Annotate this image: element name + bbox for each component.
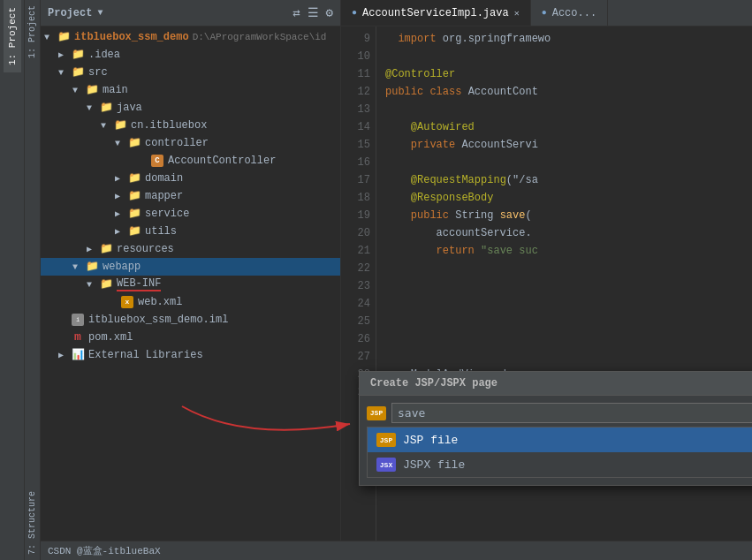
main-label: main (103, 84, 128, 96)
left-strip: 1: Project (0, 0, 25, 560)
pom-label: pom.xml (88, 331, 133, 344)
ext-libs-icon: 📊 (71, 348, 85, 362)
sync-icon[interactable]: ⇄ (292, 5, 300, 20)
tree-item-webinf[interactable]: ▼ 📁 WEB-INF (41, 276, 340, 293)
iml-icon: i (71, 313, 85, 327)
controller-folder-icon: 📁 (127, 136, 141, 150)
sidebar-tab-learn[interactable] (9, 546, 16, 560)
tree-item-ext-libs[interactable]: ▶ 📊 External Libraries (41, 346, 340, 364)
arrow-utils: ▶ (115, 226, 127, 237)
tree-root[interactable]: ▼ 📁 itbluebox_ssm_demo D:\AProgramWorkSp… (41, 28, 340, 46)
tree-item-package[interactable]: ▼ 📁 cn.itbluebox (41, 117, 340, 134)
side-project-label[interactable]: 1: Project (26, 0, 39, 64)
folder-icon: 📁 (57, 30, 71, 44)
code-line-13 (385, 101, 743, 118)
tab-icon-service: ● (352, 8, 357, 18)
side-structure-label[interactable]: 7: Structure (26, 486, 39, 560)
project-dropdown[interactable]: Project (48, 7, 92, 19)
dialog-box: Create JSP/JSPX page JSP JSP JSP file JS… (359, 371, 752, 486)
tree-item-mapper[interactable]: ▶ 📁 mapper (41, 187, 340, 205)
code-line-16 (385, 154, 743, 171)
mapper-label: mapper (145, 190, 183, 202)
arrow-package: ▼ (101, 121, 113, 131)
sidebar-tab-project[interactable]: 1: Project (4, 0, 21, 72)
mapper-folder-icon: 📁 (127, 189, 141, 203)
tree-item-controller[interactable]: ▼ 📁 controller (41, 134, 340, 152)
dropdown-arrow-icon[interactable]: ▼ (97, 8, 103, 18)
dialog-option-jsp[interactable]: JSP JSP file (368, 428, 752, 452)
arrow-idea: ▶ (58, 49, 71, 60)
tree-item-webxml[interactable]: ▶ x web.xml (41, 293, 340, 311)
controller-label: controller (145, 137, 209, 149)
project-panel: Project ▼ ⇄ ☰ ⚙ ▼ 📁 itbluebox_ssm_demo D… (41, 0, 341, 560)
code-line-18: @ResponseBody (385, 189, 743, 207)
tree-item-main[interactable]: ▼ 📁 main (41, 81, 340, 99)
dialog-filename-input[interactable] (391, 403, 752, 423)
code-line-24 (385, 295, 743, 313)
create-jsp-dialog: Create JSP/JSPX page JSP JSP JSP file JS… (359, 371, 752, 486)
bottom-bar-left: CSDN @蓝盒-itblueBaX (48, 544, 161, 557)
tree-item-idea[interactable]: ▶ 📁 .idea (41, 46, 340, 64)
tree-item-iml[interactable]: ▶ i itbluebox_ssm_demo.iml (41, 311, 340, 329)
tree-item-java[interactable]: ▼ 📁 java (41, 99, 340, 117)
filter-icon[interactable]: ☰ (308, 5, 319, 20)
code-line-25 (385, 313, 743, 330)
sidebar-tab-structure[interactable] (9, 532, 16, 546)
code-line-11: @Controller (385, 65, 743, 83)
arrow-mapper: ▶ (115, 191, 127, 201)
tab-label-service: AccountServiceImpl.java (362, 7, 509, 19)
panel-header: Project ▼ ⇄ ☰ ⚙ (41, 0, 340, 26)
tree-item-webapp[interactable]: ▼ 📁 webapp (41, 258, 340, 276)
code-line-15: private AccountServi (385, 136, 743, 154)
idea-folder-icon: 📁 (71, 48, 85, 62)
utils-label: utils (145, 225, 177, 238)
tree-item-account-controller[interactable]: ▶ C AccountController (41, 152, 340, 170)
tree-item-pom[interactable]: ▶ m pom.xml (41, 329, 340, 346)
gear-icon[interactable]: ⚙ (326, 5, 333, 20)
tab-icon-acco: ● (542, 8, 547, 18)
xml-icon: x (120, 295, 134, 309)
src-folder-icon: 📁 (71, 65, 85, 79)
java-label: java (117, 102, 142, 114)
dialog-title: Create JSP/JSPX page (360, 372, 752, 396)
bottom-bar: CSDN @蓝盒-itblueBaX (41, 541, 752, 560)
tree-item-resources[interactable]: ▶ 📁 resources (41, 240, 340, 258)
domain-folder-icon: 📁 (127, 171, 141, 185)
code-line-12: public class AccountCont (385, 83, 743, 101)
tree-arrow-root: ▼ (44, 33, 57, 42)
code-line-17: @RequestMapping("/sa (385, 171, 743, 189)
tab-close-service[interactable]: ✕ (514, 8, 520, 19)
arrow-controller: ▼ (115, 139, 127, 148)
root-path: D:\AProgramWorkSpace\id (193, 32, 327, 42)
tab-acco[interactable]: ● Acco... (531, 0, 608, 26)
arrow-ext: ▶ (58, 350, 71, 360)
tree-item-service[interactable]: ▶ 📁 service (41, 205, 340, 223)
code-line-27 (385, 348, 743, 366)
project-tree: ▼ 📁 itbluebox_ssm_demo D:\AProgramWorkSp… (41, 26, 340, 560)
jsp-option-icon: JSP (376, 433, 396, 447)
src-label: src (88, 66, 108, 79)
tree-item-src[interactable]: ▼ 📁 src (41, 64, 340, 81)
service-label: service (145, 208, 189, 220)
arrow-service: ▶ (115, 208, 127, 219)
webxml-label: web.xml (138, 296, 182, 308)
webinf-label: WEB-INF (117, 277, 161, 291)
dialog-option-jspx[interactable]: JSX JSPX file (368, 452, 752, 477)
jspx-option-icon: JSX (376, 458, 396, 472)
jspx-option-label: JSPX file (403, 458, 465, 472)
code-line-9: import org.springframewo (385, 30, 743, 48)
tab-account-service-impl[interactable]: ● AccountServiceImpl.java ✕ (341, 0, 531, 26)
utils-folder-icon: 📁 (127, 224, 141, 238)
package-folder-icon: 📁 (113, 118, 127, 132)
code-line-10 (385, 48, 743, 65)
arrow-java: ▼ (87, 103, 99, 113)
code-line-26 (385, 330, 743, 348)
panel-header-left: Project ▼ (48, 7, 103, 19)
webapp-label: webapp (103, 261, 141, 273)
tree-item-domain[interactable]: ▶ 📁 domain (41, 170, 340, 187)
jsp-option-label: JSP file (403, 434, 458, 447)
dialog-input-row: JSP (367, 403, 752, 423)
code-line-19: public String save( (385, 207, 743, 224)
arrow-webinf: ▼ (87, 280, 99, 290)
tree-item-utils[interactable]: ▶ 📁 utils (41, 223, 340, 240)
